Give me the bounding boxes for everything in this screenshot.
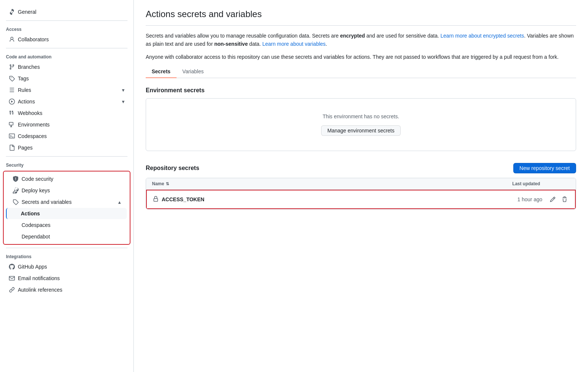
key-icon [13, 187, 19, 193]
sort-icon[interactable]: ⇅ [166, 182, 169, 186]
sidebar-tags-label: Tags [18, 76, 29, 81]
sidebar-actions-ca-label: Actions [18, 99, 35, 105]
sidebar-email-notifications-label: Email notifications [18, 275, 60, 281]
asterisk-icon [13, 199, 19, 205]
description-2: Anyone with collaborator access to this … [146, 53, 576, 61]
sidebar-item-branches[interactable]: Branches [3, 61, 130, 73]
sidebar-item-environments[interactable]: Environments [3, 119, 130, 130]
sidebar-item-codespaces[interactable]: Codespaces [3, 131, 130, 142]
env-secrets-box: This environment has no secrets. Manage … [146, 98, 576, 151]
sidebar-item-github-apps[interactable]: GitHub Apps [3, 261, 130, 272]
sidebar-github-apps-label: GitHub Apps [18, 264, 47, 270]
new-repository-secret-button[interactable]: New repository secret [513, 163, 576, 173]
section-label-integrations: Integrations [0, 251, 133, 261]
secret-actions [548, 195, 569, 204]
sidebar-secrets-variables-label: Secrets and variables [22, 199, 72, 205]
secret-row: ACCESS_TOKEN 1 hour ago [146, 190, 576, 209]
sidebar-pages-label: Pages [18, 145, 33, 151]
sidebar: General Access Collaborators Code and au… [0, 0, 134, 372]
gear-icon [9, 9, 15, 15]
sidebar-item-actions[interactable]: Actions ▾ [3, 96, 130, 107]
github-apps-icon [9, 264, 15, 270]
sidebar-code-security-label: Code security [22, 176, 54, 182]
main-content: Actions secrets and variables Secrets an… [134, 0, 588, 372]
shield-icon [13, 176, 19, 182]
security-highlight-box: Code security Deploy keys Secrets and va… [3, 171, 130, 245]
sidebar-item-collaborators[interactable]: Collaborators [3, 34, 130, 45]
divider-security [6, 156, 127, 157]
sidebar-rules-label: Rules [18, 87, 31, 93]
repo-secrets-title: Repository secrets [146, 165, 199, 171]
sidebar-item-email-notifications[interactable]: Email notifications [3, 273, 130, 284]
secret-name-cell: ACCESS_TOKEN [153, 196, 483, 203]
sidebar-item-secrets-variables[interactable]: Secrets and variables ▴ [7, 196, 127, 208]
webhook-icon [9, 110, 15, 116]
sidebar-item-general[interactable]: General [3, 6, 130, 17]
sidebar-item-pages[interactable]: Pages [3, 142, 130, 153]
sidebar-item-dependabot-sub[interactable]: Dependabot [7, 231, 127, 242]
secrets-table-header: Name ⇅ Last updated [146, 178, 576, 190]
col-header-name: Name ⇅ [152, 181, 481, 186]
divider-code-auto [6, 48, 127, 48]
repo-secrets-header: Repository secrets New repository secret [146, 163, 576, 173]
rules-chevron-icon: ▾ [122, 87, 125, 93]
sidebar-item-codespaces-sub[interactable]: Codespaces [7, 219, 127, 231]
sidebar-autolink-references-label: Autolink references [18, 287, 62, 293]
sidebar-item-rules[interactable]: Rules ▾ [3, 84, 130, 96]
edit-secret-button[interactable] [548, 195, 557, 204]
branch-icon [9, 64, 15, 70]
bold-non-sensitive: non-sensitive [214, 41, 248, 47]
sidebar-webhooks-label: Webhooks [18, 110, 42, 116]
section-label-access: Access [0, 24, 133, 33]
sidebar-branches-label: Branches [18, 64, 40, 70]
lock-icon [153, 196, 159, 203]
secret-updated-value: 1 hour ago [483, 196, 542, 202]
col-header-updated: Last updated [481, 181, 540, 186]
sidebar-dependabot-sub-label: Dependabot [22, 234, 50, 240]
manage-environment-secrets-button[interactable]: Manage environment secrets [321, 125, 401, 136]
divider-access [6, 20, 127, 21]
secrets-variables-tabs: Secrets Variables [146, 65, 576, 78]
sidebar-collaborators-label: Collaborators [18, 36, 49, 42]
play-icon [9, 99, 15, 105]
pages-icon [9, 145, 15, 151]
rules-icon [9, 87, 15, 93]
sidebar-general-label: General [18, 9, 36, 15]
env-empty-message: This environment has no secrets. [152, 113, 570, 119]
app-layout: General Access Collaborators Code and au… [0, 0, 588, 372]
link-encrypted-secrets[interactable]: Learn more about encrypted secrets [440, 33, 524, 39]
bold-encrypted: encrypted [340, 33, 365, 39]
tab-secrets[interactable]: Secrets [146, 65, 177, 78]
env-secrets-title: Environment secrets [146, 87, 576, 94]
page-title: Actions secrets and variables [146, 9, 576, 26]
section-label-security: Security [0, 160, 133, 169]
tag-icon [9, 76, 15, 81]
environments-icon [9, 122, 15, 128]
sidebar-actions-sub-label: Actions [21, 211, 40, 217]
autolink-icon [9, 287, 15, 293]
sidebar-item-webhooks[interactable]: Webhooks [3, 108, 130, 119]
sidebar-item-deploy-keys[interactable]: Deploy keys [7, 185, 127, 196]
secret-name-value: ACCESS_TOKEN [162, 196, 204, 202]
divider-integrations [6, 248, 127, 248]
link-variables[interactable]: Learn more about variables [262, 41, 326, 47]
delete-secret-button[interactable] [560, 195, 569, 204]
sidebar-environments-label: Environments [18, 122, 50, 128]
person-icon [9, 36, 15, 42]
sidebar-item-autolink-references[interactable]: Autolink references [3, 284, 130, 295]
email-icon [9, 275, 15, 281]
section-label-code-automation: Code and automation [0, 51, 133, 61]
sidebar-codespaces-label: Codespaces [18, 133, 47, 139]
description-1: Secrets and variables allow you to manag… [146, 32, 576, 48]
secrets-table: Name ⇅ Last updated ACCESS_TOKEN 1 hour … [146, 178, 576, 209]
sidebar-deploy-keys-label: Deploy keys [22, 187, 50, 193]
sidebar-item-code-security[interactable]: Code security [7, 173, 127, 185]
codespaces-icon [9, 133, 15, 139]
sidebar-item-actions-sub[interactable]: Actions [6, 208, 127, 219]
secrets-variables-chevron-icon: ▴ [118, 199, 121, 205]
actions-chevron-icon: ▾ [122, 99, 125, 105]
sidebar-codespaces-sub-label: Codespaces [22, 222, 51, 228]
col-name-label: Name [152, 181, 164, 186]
tab-variables[interactable]: Variables [177, 65, 210, 78]
sidebar-item-tags[interactable]: Tags [3, 73, 130, 84]
